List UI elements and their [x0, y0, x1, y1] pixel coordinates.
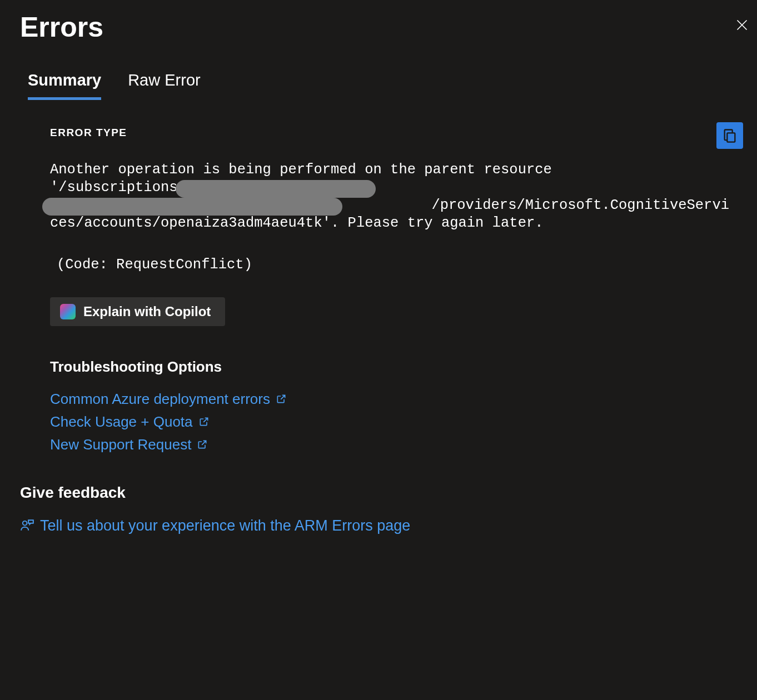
error-body: Another operation is being performed on … [50, 161, 735, 232]
link-check-usage-quota[interactable]: Check Usage + Quota [50, 411, 735, 433]
troubleshooting-links: Common Azure deployment errors Check Usa… [50, 388, 735, 456]
error-type-label: ERROR TYPE [50, 127, 735, 139]
link-label: Common Azure deployment errors [50, 391, 270, 408]
error-message-line2: '/subscriptions [50, 179, 735, 197]
feedback-link[interactable]: Tell us about your experience with the A… [20, 517, 757, 534]
error-code: (Code: RequestConflict) [50, 257, 735, 273]
feedback-heading: Give feedback [20, 484, 757, 502]
tab-summary[interactable]: Summary [28, 71, 101, 100]
explain-with-copilot-button[interactable]: Explain with Copilot [50, 297, 225, 326]
svg-point-1 [23, 521, 27, 526]
external-link-icon [197, 439, 208, 450]
errors-panel: Errors Summary Raw Error ERROR TYPE Anot… [0, 0, 757, 534]
panel-header: Errors [0, 0, 757, 43]
close-icon[interactable] [733, 16, 757, 39]
link-label: New Support Request [50, 436, 191, 453]
link-new-support-request[interactable]: New Support Request [50, 433, 735, 456]
redacted-text-1 [176, 180, 376, 198]
error-message-line1: Another operation is being performed on … [50, 161, 735, 179]
tab-raw-error[interactable]: Raw Error [128, 71, 201, 100]
external-link-icon [198, 416, 210, 427]
redacted-text-2 [42, 198, 342, 216]
error-content: ERROR TYPE Another operation is being pe… [0, 100, 757, 456]
link-label: Check Usage + Quota [50, 413, 193, 431]
copy-icon [722, 128, 738, 143]
external-link-icon [276, 393, 287, 404]
troubleshooting-heading: Troubleshooting Options [50, 358, 735, 376]
error-message-line4: ces/accounts/openaiza3adm4aeu4tk'. Pleas… [50, 214, 735, 232]
page-title: Errors [20, 11, 103, 43]
copilot-icon [60, 304, 76, 319]
feedback-section: Give feedback Tell us about your experie… [0, 456, 757, 534]
feedback-link-text: Tell us about your experience with the A… [40, 517, 410, 534]
copy-button[interactable] [716, 122, 743, 149]
link-common-errors[interactable]: Common Azure deployment errors [50, 388, 735, 411]
tabs: Summary Raw Error [0, 43, 757, 100]
person-feedback-icon [20, 518, 34, 533]
copilot-label: Explain with Copilot [83, 304, 211, 319]
svg-rect-0 [727, 133, 735, 142]
